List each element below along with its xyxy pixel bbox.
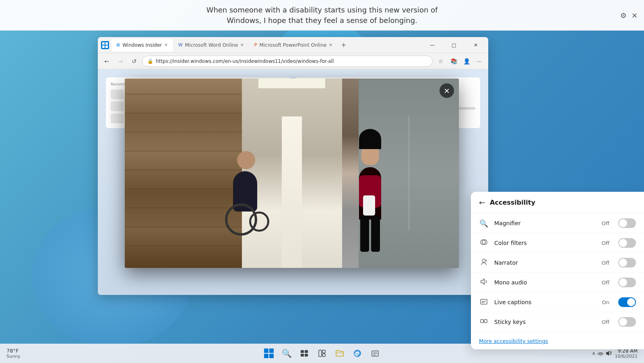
weather-temperature: 78°F xyxy=(6,348,19,354)
widgets-button[interactable] xyxy=(314,345,330,361)
mono-audio-status: Off xyxy=(602,280,609,286)
mono-audio-label: Mono audio xyxy=(494,279,596,286)
taskbar-weather: 78°F Sunny xyxy=(6,348,20,359)
top-bar-icons: ⚙ ✕ xyxy=(620,11,638,19)
magnifier-label: Magnifier xyxy=(494,220,596,226)
tab-word-online[interactable]: W Microsoft Word Online ✕ xyxy=(173,39,249,52)
panel-item-magnifier[interactable]: 🔍 Magnifier Off xyxy=(471,214,644,233)
mono-audio-toggle-thumb xyxy=(619,278,627,286)
forward-button[interactable]: → xyxy=(115,56,126,67)
refresh-button[interactable]: ↺ xyxy=(128,56,140,67)
svg-point-6 xyxy=(482,259,485,262)
chevron-up-icon[interactable]: ∧ xyxy=(592,351,596,356)
narrator-label: Narrator xyxy=(494,259,596,266)
panel-item-mono-audio[interactable]: Mono audio Off xyxy=(471,273,644,292)
taskbar-system-tray: ∧ 9:28 AM 10/6/2021 xyxy=(592,348,638,359)
video-frame xyxy=(125,79,459,268)
color-filters-toggle[interactable] xyxy=(618,238,636,248)
sticky-keys-toggle[interactable] xyxy=(618,317,636,327)
tab-close-windows-insider[interactable]: ✕ xyxy=(164,43,167,47)
star-icon[interactable]: ☆ xyxy=(435,56,446,67)
svg-rect-7 xyxy=(481,299,487,304)
close-icon[interactable]: ✕ xyxy=(632,11,638,19)
svg-rect-17 xyxy=(322,354,325,357)
sticky-keys-icon xyxy=(479,317,489,327)
minimize-button[interactable]: — xyxy=(423,39,442,52)
start-button[interactable] xyxy=(261,345,277,361)
narrator-toggle-thumb xyxy=(619,259,627,267)
person-wheelchair xyxy=(225,163,269,244)
profile-icon[interactable]: 👤 xyxy=(461,56,472,67)
tab-add-button[interactable]: + xyxy=(338,39,349,51)
weather-description: Sunny xyxy=(6,354,20,359)
panel-footer: More accessibility settings xyxy=(471,332,644,349)
sticky-keys-label: Sticky keys xyxy=(494,319,596,325)
sticky-keys-status: Off xyxy=(602,319,609,325)
panel-item-sticky-keys[interactable]: Sticky keys Off xyxy=(471,312,644,332)
maximize-button[interactable]: □ xyxy=(445,39,463,52)
top-bar-text: When someone with a disability starts us… xyxy=(206,5,438,25)
volume-icon[interactable] xyxy=(605,350,612,357)
person-standing xyxy=(357,143,385,252)
address-bar[interactable]: 🔒 https://insider.windows.com/en-us/insi… xyxy=(142,56,433,67)
sticky-keys-toggle-thumb xyxy=(619,318,627,326)
panel-back-button[interactable]: ← xyxy=(479,198,485,207)
svg-rect-12 xyxy=(305,350,308,353)
live-captions-icon xyxy=(479,297,489,307)
svg-point-23 xyxy=(600,355,601,356)
svg-rect-1 xyxy=(105,42,108,45)
system-icons: ∧ xyxy=(592,350,612,357)
panel-item-live-captions[interactable]: Live captions On xyxy=(471,292,644,312)
system-clock[interactable]: 9:28 AM 10/6/2021 xyxy=(615,348,638,359)
svg-rect-15 xyxy=(319,350,322,357)
collections-icon[interactable]: 📚 xyxy=(448,56,459,67)
mono-audio-toggle[interactable] xyxy=(618,278,636,287)
news-app-button[interactable] xyxy=(367,345,383,361)
panel-header: ← Accessibility xyxy=(471,192,644,214)
close-button[interactable]: ✕ xyxy=(466,39,485,52)
file-explorer-button[interactable] xyxy=(332,345,348,361)
svg-rect-2 xyxy=(102,46,105,48)
browser-navbar: ← → ↺ 🔒 https://insider.windows.com/en-u… xyxy=(98,53,488,69)
settings-icon[interactable]: ⚙ xyxy=(620,11,627,19)
narrator-toggle[interactable] xyxy=(618,258,636,268)
more-accessibility-settings-link[interactable]: More accessibility settings xyxy=(479,338,548,344)
task-view-button[interactable] xyxy=(296,345,312,361)
svg-rect-8 xyxy=(481,319,483,323)
mono-audio-icon xyxy=(479,278,489,287)
tab-close-powerpoint[interactable]: ✕ xyxy=(329,43,332,47)
accessibility-panel: ← Accessibility 🔍 Magnifier Off Color fi… xyxy=(471,192,644,349)
svg-rect-3 xyxy=(105,46,108,48)
live-captions-toggle[interactable] xyxy=(618,297,636,307)
clock-date: 10/6/2021 xyxy=(615,354,638,359)
narrator-status: Off xyxy=(602,260,609,266)
panel-item-narrator[interactable]: Narrator Off xyxy=(471,253,644,273)
tab-close-word[interactable]: ✕ xyxy=(240,43,244,47)
network-icon[interactable] xyxy=(597,350,604,357)
panel-item-color-filters[interactable]: Color filters Off xyxy=(471,233,644,253)
color-filters-label: Color filters xyxy=(494,240,596,246)
tab-powerpoint-online[interactable]: P Microsoft PowerPoint Online ✕ xyxy=(250,39,337,52)
tab-windows-insider[interactable]: ⊞ Windows Insider ✕ xyxy=(111,39,173,52)
search-taskbar-button[interactable]: 🔍 xyxy=(279,345,295,361)
svg-rect-14 xyxy=(305,354,308,357)
live-captions-status: On xyxy=(602,299,609,305)
video-close-button[interactable]: ✕ xyxy=(440,83,454,98)
live-captions-toggle-thumb xyxy=(627,298,635,306)
top-notification-bar: When someone with a disability starts us… xyxy=(0,0,644,31)
panel-title: Accessibility xyxy=(490,199,535,206)
back-button[interactable]: ← xyxy=(101,56,112,67)
browser-favicon xyxy=(101,41,109,49)
magnifier-toggle[interactable] xyxy=(618,218,636,228)
nav-icons: ☆ 📚 👤 ⋯ xyxy=(435,56,485,67)
edge-browser-button[interactable] xyxy=(349,345,365,361)
window-controls: — □ ✕ xyxy=(423,39,485,52)
more-icon[interactable]: ⋯ xyxy=(474,56,485,67)
taskbar-icons-center: 🔍 xyxy=(261,345,383,361)
magnifier-icon: 🔍 xyxy=(479,219,489,228)
magnifier-status: Off xyxy=(602,220,609,226)
color-filters-icon xyxy=(479,238,489,248)
magnifier-toggle-thumb xyxy=(619,219,627,227)
ceiling-lights xyxy=(258,79,325,88)
svg-rect-16 xyxy=(322,350,325,353)
